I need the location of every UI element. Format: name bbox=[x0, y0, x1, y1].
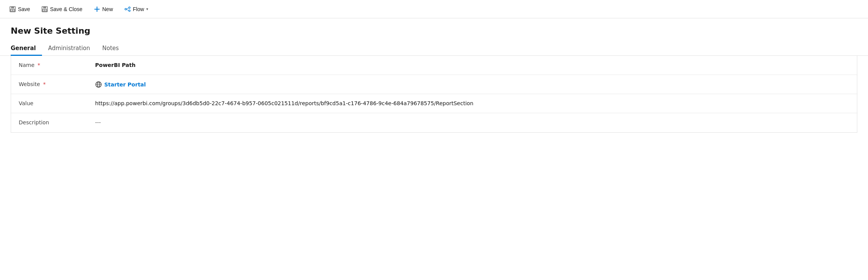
flow-button[interactable]: Flow ▾ bbox=[120, 3, 154, 15]
svg-point-11 bbox=[129, 7, 130, 8]
value-label: Value bbox=[19, 99, 95, 106]
svg-point-12 bbox=[129, 10, 130, 11]
website-link-text: Starter Portal bbox=[104, 81, 146, 88]
website-link[interactable]: Starter Portal bbox=[95, 81, 849, 88]
save-close-icon bbox=[42, 6, 48, 12]
name-value[interactable]: PowerBI Path bbox=[95, 61, 849, 68]
svg-point-10 bbox=[125, 8, 126, 10]
svg-line-13 bbox=[126, 8, 129, 8]
value-field[interactable]: https://app.powerbi.com/groups/3d6db5d0-… bbox=[95, 99, 849, 106]
svg-rect-3 bbox=[12, 10, 14, 11]
flow-label: Flow bbox=[133, 6, 144, 12]
svg-rect-5 bbox=[43, 7, 46, 8]
new-button[interactable]: New bbox=[89, 3, 118, 15]
save-label: Save bbox=[18, 6, 30, 12]
form-section: Name * PowerBI Path Website * bbox=[11, 56, 857, 133]
svg-rect-7 bbox=[44, 10, 45, 11]
form-area: Name * PowerBI Path Website * bbox=[0, 56, 868, 143]
toolbar: Save Save & Close New bbox=[0, 0, 868, 18]
new-label: New bbox=[102, 6, 113, 12]
name-required-star: * bbox=[37, 62, 40, 68]
save-close-button[interactable]: Save & Close bbox=[37, 3, 87, 15]
save-close-label: Save & Close bbox=[50, 6, 82, 12]
table-row: Description --- bbox=[11, 113, 857, 132]
table-row: Name * PowerBI Path bbox=[11, 56, 857, 75]
website-required-star: * bbox=[43, 81, 46, 87]
website-label: Website * bbox=[19, 80, 95, 87]
svg-rect-1 bbox=[11, 7, 14, 8]
flow-chevron-icon: ▾ bbox=[146, 7, 148, 11]
globe-icon bbox=[95, 81, 102, 88]
svg-line-14 bbox=[126, 9, 129, 10]
description-label: Description bbox=[19, 119, 95, 125]
table-row: Website * Starter Portal bbox=[11, 75, 857, 94]
description-value[interactable]: --- bbox=[95, 119, 849, 125]
save-icon bbox=[10, 6, 16, 12]
new-plus-icon bbox=[94, 6, 100, 12]
tab-notes[interactable]: Notes bbox=[96, 42, 125, 56]
table-row: Value https://app.powerbi.com/groups/3d6… bbox=[11, 94, 857, 113]
tabs: General Administration Notes bbox=[0, 42, 868, 56]
website-value: Starter Portal bbox=[95, 80, 849, 88]
name-label: Name * bbox=[19, 61, 95, 68]
page-title: New Site Setting bbox=[11, 26, 857, 36]
save-button[interactable]: Save bbox=[5, 3, 35, 15]
page-title-area: New Site Setting bbox=[0, 18, 868, 36]
tab-administration[interactable]: Administration bbox=[42, 42, 96, 56]
tab-general[interactable]: General bbox=[11, 42, 42, 56]
flow-icon bbox=[124, 6, 131, 12]
